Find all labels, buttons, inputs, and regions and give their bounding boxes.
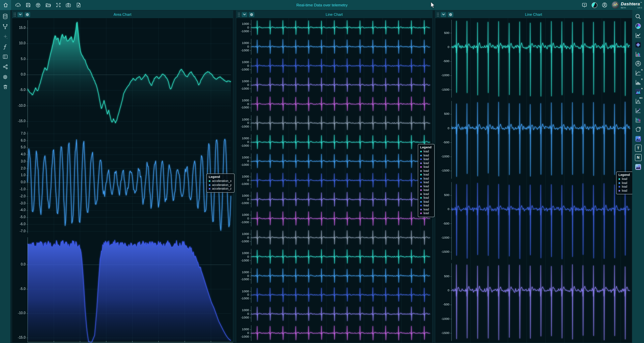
collapse-button[interactable] [17,12,23,17]
legend-item[interactable]: lead [618,185,630,189]
account-icon[interactable] [602,2,607,8]
chevron-down-icon [442,13,445,15]
brand-name: Dashtera [621,1,640,6]
line-chart-canvas[interactable] [435,18,632,343]
cloud-sync-icon[interactable] [15,2,21,8]
effects-icon[interactable] [2,33,9,40]
legend-item[interactable]: lead [420,200,432,204]
image-tool-icon[interactable] [635,135,642,142]
help-icon[interactable]: ? [582,2,587,8]
legend-swatch [420,174,422,176]
text-tool-glyph: T [635,145,642,152]
drag-handle-icon[interactable] [238,12,240,17]
legend-label: lead [424,157,429,161]
scatter-plot-icon[interactable] [635,41,642,48]
legend-item[interactable]: lead [420,177,432,181]
note-tool-icon[interactable]: N [635,154,642,161]
legend-swatch [420,209,422,210]
radar-chart-icon[interactable] [635,60,642,67]
histogram-icon[interactable]: B [635,79,642,86]
share-icon[interactable] [2,63,9,70]
functions-icon[interactable] [2,43,9,50]
panel-settings-button[interactable] [448,12,453,17]
drag-handle-icon[interactable] [437,12,439,17]
top-toolbar: Real-time Data over telemetry ? [0,0,644,10]
logo-icon [612,1,619,9]
pie-chart-icon[interactable] [635,22,642,29]
save-icon[interactable] [25,2,31,8]
legend-item[interactable]: lead [618,181,630,185]
legend-item[interactable]: lead [420,188,432,192]
panel-title: Line Chart [236,12,432,16]
legend-item[interactable]: lead [420,185,432,189]
legend-item[interactable]: lead [420,154,432,158]
right-sidebar: N B N MCI [632,10,644,343]
legend-swatch [420,178,422,180]
search-icon[interactable] [635,13,642,20]
legend-swatch [618,178,620,180]
legend-item[interactable]: acceleration_x [209,179,232,183]
panel-settings-button[interactable] [249,12,254,17]
legend-item[interactable]: acceleration_z [209,187,232,191]
legend-item[interactable]: lead [618,177,630,181]
brand-tm: ™ [640,1,642,3]
database-icon[interactable] [2,13,9,20]
legend-swatch [420,197,422,199]
legend-line-chart-4leads[interactable]: Legend leadleadleadlead [616,172,633,194]
area-chart-canvas[interactable] [12,18,233,343]
trash-icon[interactable] [2,84,9,90]
collapse-button[interactable] [441,12,446,17]
collapse-button[interactable] [242,12,247,17]
legend-item[interactable]: lead [420,165,432,169]
trend-chart-icon[interactable] [635,107,642,114]
legend-item[interactable]: lead [420,196,432,200]
legend-swatch [420,151,422,152]
picture-tool-icon[interactable] [635,163,642,170]
legend-item[interactable]: lead [618,189,630,193]
screenshot-icon[interactable] [65,2,71,8]
legend-item[interactable]: acceleration_y [209,183,232,187]
terrain-chart-icon[interactable]: N [635,88,642,95]
note-tool-glyph: N [635,154,642,161]
folder-open-icon[interactable] [45,2,51,8]
legend-area-chart[interactable]: Legend acceleration_xacceleration_yaccel… [206,174,235,193]
legend-line-chart-leads[interactable]: Legend leadleadleadleadleadleadleadleadl… [418,144,435,217]
candlestick-chart-icon[interactable] [635,116,642,123]
home-button[interactable] [0,0,11,10]
legend-swatch [420,158,422,160]
panel-settings-button[interactable] [24,12,30,17]
legend-item[interactable]: lead [420,157,432,161]
legend-item[interactable]: lead [420,181,432,185]
layout-icon[interactable] [2,53,9,60]
bar-chart-icon[interactable] [635,51,642,57]
pipelines-icon[interactable] [2,23,9,30]
drag-handle-icon[interactable] [13,12,16,17]
icon-badge: B [641,78,643,80]
polygon-tool-icon[interactable] [635,126,642,133]
fullscreen-icon[interactable] [55,2,61,8]
legend-label: lead [622,185,627,189]
legend-item[interactable]: lead [420,173,432,177]
legend-item[interactable]: lead [420,150,432,154]
legend-swatch [420,166,422,168]
theme-toggle-icon[interactable] [592,2,597,8]
gear-icon [250,13,253,16]
legend-label: acceleration_x [212,179,232,183]
distribution-chart-icon[interactable]: MCI [635,98,642,104]
legend-item[interactable]: lead [420,211,432,215]
line-chart-canvas[interactable] [236,18,432,343]
legend-item[interactable]: lead [420,204,432,208]
palette-icon[interactable] [35,2,41,8]
legend-item[interactable]: lead [420,208,432,212]
report-icon[interactable] [76,2,81,8]
legend-item[interactable]: lead [420,169,432,173]
legend-item[interactable]: lead [420,161,432,165]
legend-label: lead [424,165,429,169]
legend-label: lead [424,154,429,158]
area-chart-icon[interactable]: N [635,69,642,76]
text-tool-icon[interactable]: T [635,145,642,151]
line-chart-icon[interactable] [635,32,642,39]
brand[interactable]: Dashtera™ BETA0.8.3 [612,1,642,9]
settings-icon[interactable] [2,74,9,80]
legend-item[interactable]: lead [420,192,432,196]
